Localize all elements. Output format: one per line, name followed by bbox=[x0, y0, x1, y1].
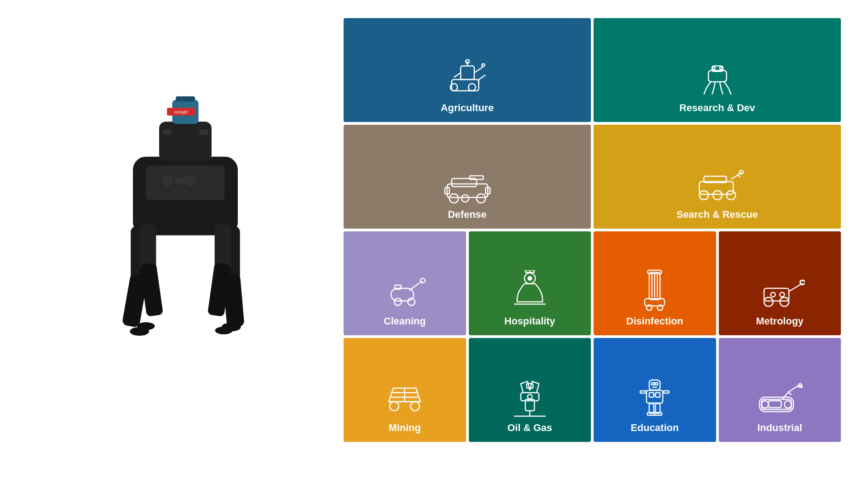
agriculture-icon bbox=[443, 59, 492, 98]
svg-point-55 bbox=[740, 170, 743, 174]
cell-industrial[interactable]: Industrial bbox=[719, 338, 841, 442]
svg-point-46 bbox=[462, 195, 469, 202]
cell-agriculture[interactable]: Agriculture bbox=[344, 18, 591, 122]
research-label: Research & Dev bbox=[679, 102, 755, 114]
svg-point-9 bbox=[163, 175, 173, 186]
robot-section: outsight bbox=[27, 18, 344, 470]
oilgas-icon bbox=[509, 375, 550, 418]
cell-oilgas[interactable]: Oil & Gas bbox=[469, 338, 591, 442]
mining-label: Mining bbox=[389, 422, 421, 434]
svg-point-110 bbox=[784, 401, 792, 408]
mining-icon bbox=[384, 377, 425, 418]
svg-rect-30 bbox=[708, 70, 726, 82]
svg-point-26 bbox=[468, 84, 476, 91]
education-label: Education bbox=[631, 422, 679, 434]
defense-label: Defense bbox=[448, 209, 487, 221]
research-icon bbox=[693, 59, 742, 98]
search-rescue-label: Search & Rescue bbox=[677, 209, 758, 221]
svg-point-45 bbox=[476, 194, 486, 203]
svg-rect-74 bbox=[764, 288, 789, 301]
robot-dog-illustration: outsight bbox=[54, 63, 316, 425]
cell-hospitality[interactable]: Hospitality bbox=[469, 231, 591, 335]
svg-rect-92 bbox=[527, 384, 533, 388]
svg-point-109 bbox=[761, 401, 769, 408]
svg-rect-47 bbox=[470, 176, 483, 179]
industrial-icon bbox=[755, 379, 805, 418]
svg-rect-11 bbox=[175, 178, 196, 184]
svg-rect-27 bbox=[461, 66, 474, 80]
svg-line-39 bbox=[729, 89, 731, 94]
svg-text:outsight: outsight bbox=[174, 110, 188, 114]
hospitality-label: Hospitality bbox=[505, 315, 555, 327]
svg-line-38 bbox=[724, 82, 729, 89]
grid-row-1: Agriculture bbox=[344, 18, 841, 122]
search-rescue-icon bbox=[690, 168, 745, 204]
grid-row-2: Defense bbox=[344, 125, 841, 229]
svg-rect-76 bbox=[800, 281, 805, 284]
svg-rect-104 bbox=[656, 404, 660, 413]
svg-point-44 bbox=[449, 194, 458, 203]
svg-point-77 bbox=[764, 297, 773, 306]
cell-metrology[interactable]: Metrology bbox=[719, 231, 841, 335]
cell-disinfection[interactable]: Disinfection bbox=[594, 231, 716, 335]
svg-point-84 bbox=[410, 402, 420, 411]
svg-rect-103 bbox=[649, 404, 654, 413]
svg-rect-6 bbox=[163, 130, 171, 135]
agriculture-label: Agriculture bbox=[441, 102, 494, 114]
svg-rect-101 bbox=[640, 391, 646, 393]
svg-point-79 bbox=[771, 292, 775, 297]
svg-rect-94 bbox=[651, 383, 654, 385]
svg-line-35 bbox=[712, 89, 714, 94]
disinfection-label: Disinfection bbox=[626, 315, 683, 327]
svg-line-37 bbox=[721, 89, 723, 94]
svg-point-29 bbox=[482, 64, 485, 66]
svg-rect-98 bbox=[649, 393, 654, 397]
cell-research[interactable]: Research & Dev bbox=[594, 18, 841, 122]
svg-line-33 bbox=[704, 89, 706, 94]
education-icon bbox=[637, 375, 673, 418]
svg-rect-95 bbox=[655, 383, 658, 385]
svg-point-63 bbox=[528, 277, 532, 280]
svg-point-57 bbox=[420, 278, 425, 283]
hospitality-icon bbox=[512, 270, 548, 311]
cell-education[interactable]: Education bbox=[594, 338, 716, 442]
main-container: outsight bbox=[27, 18, 841, 470]
svg-point-23 bbox=[215, 327, 233, 334]
svg-rect-7 bbox=[199, 130, 208, 135]
grid-row-4: Mining bbox=[344, 338, 841, 442]
svg-rect-17 bbox=[140, 263, 164, 317]
svg-rect-3 bbox=[176, 96, 195, 102]
svg-rect-99 bbox=[656, 393, 660, 397]
oilgas-label: Oil & Gas bbox=[507, 422, 552, 434]
cell-defense[interactable]: Defense bbox=[344, 125, 591, 229]
cell-cleaning[interactable]: Cleaning bbox=[344, 231, 466, 335]
svg-point-52 bbox=[699, 191, 708, 200]
svg-point-41 bbox=[720, 67, 722, 70]
grid-section: Agriculture bbox=[344, 18, 841, 442]
grid-row-3: Cleaning Hospitality bbox=[344, 231, 841, 335]
svg-point-40 bbox=[712, 67, 715, 70]
cell-mining[interactable]: Mining bbox=[344, 338, 466, 442]
cell-search-rescue[interactable]: Search & Rescue bbox=[594, 125, 841, 229]
metrology-icon bbox=[755, 272, 805, 311]
svg-point-53 bbox=[713, 191, 722, 200]
svg-point-58 bbox=[394, 298, 401, 305]
svg-line-36 bbox=[720, 82, 721, 89]
svg-rect-102 bbox=[663, 391, 669, 393]
svg-point-83 bbox=[390, 402, 399, 411]
svg-point-78 bbox=[780, 297, 789, 306]
defense-icon bbox=[440, 170, 495, 204]
svg-point-54 bbox=[726, 191, 736, 200]
industrial-label: Industrial bbox=[757, 422, 802, 434]
svg-line-34 bbox=[714, 82, 715, 89]
svg-rect-112 bbox=[769, 401, 781, 408]
cleaning-icon bbox=[382, 275, 427, 311]
disinfection-icon bbox=[637, 268, 673, 311]
svg-point-91 bbox=[528, 394, 532, 399]
metrology-label: Metrology bbox=[756, 315, 803, 327]
svg-line-32 bbox=[706, 82, 711, 89]
svg-point-22 bbox=[137, 322, 155, 330]
cleaning-label: Cleaning bbox=[384, 315, 426, 327]
svg-rect-1 bbox=[159, 122, 212, 161]
svg-point-80 bbox=[780, 292, 784, 297]
